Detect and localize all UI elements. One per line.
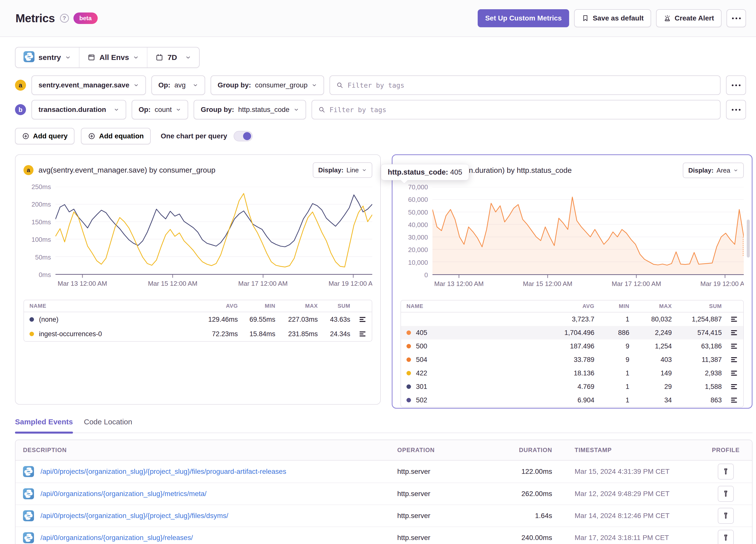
min-value: 69.55ms bbox=[238, 316, 275, 323]
date-range-selector[interactable]: 7D bbox=[147, 47, 199, 67]
min-value: 9 bbox=[594, 356, 629, 364]
x-tick-mark bbox=[263, 275, 263, 278]
add-to-filter-button[interactable] bbox=[350, 331, 366, 337]
create-alert-button[interactable]: Create Alert bbox=[656, 9, 722, 27]
table-scrollbar[interactable] bbox=[747, 220, 750, 258]
series-name-cell: 422 bbox=[406, 369, 539, 377]
event-table-row: /api/0/projects/{organization_slug}/{pro… bbox=[15, 505, 752, 527]
event-description-link[interactable]: /api/0/organizations/{organization_slug}… bbox=[40, 490, 207, 498]
chart-panel-a[interactable]: a avg(sentry.event_manager.save) by cons… bbox=[15, 154, 381, 405]
x-tick-label: Mar 13 12:00 AM bbox=[434, 280, 484, 288]
event-description-link[interactable]: /api/0/organizations/{organization_slug}… bbox=[40, 534, 193, 542]
display-label-b: Display: bbox=[688, 167, 714, 174]
groupby-select-b[interactable]: Group by: http.status_code bbox=[194, 100, 306, 119]
tab-code-location[interactable]: Code Location bbox=[84, 418, 132, 433]
add-to-filter-button[interactable] bbox=[722, 383, 738, 390]
profile-button[interactable] bbox=[718, 508, 734, 524]
tooltip-label: http.status_code: bbox=[388, 168, 448, 176]
groupby-select-a[interactable]: Group by: consumer_group bbox=[211, 75, 324, 95]
help-icon[interactable]: ? bbox=[60, 14, 69, 23]
sampled-events-table: DESCRIPTION OPERATION DURATION TIMESTAMP… bbox=[15, 440, 753, 544]
y-tick-label: 50,000 bbox=[408, 208, 428, 216]
add-to-filter-icon bbox=[730, 370, 738, 376]
tag-filter-input-a[interactable]: Filter by tags bbox=[330, 75, 721, 95]
tab-sampled-events[interactable]: Sampled Events bbox=[15, 418, 73, 433]
summary-table-row[interactable]: 5026.904134863 bbox=[401, 393, 743, 407]
y-tick-label: 10,000 bbox=[408, 259, 428, 266]
y-tick-label: 200ms bbox=[31, 201, 51, 208]
min-value: 886 bbox=[594, 329, 629, 337]
add-to-filter-button[interactable] bbox=[722, 343, 738, 349]
column-header-name: NAME bbox=[29, 303, 195, 309]
profile-button[interactable] bbox=[718, 530, 734, 544]
add-to-filter-button[interactable] bbox=[722, 356, 738, 363]
area-chart-b[interactable]: 010,00020,00030,00040,00050,00060,00070,… bbox=[400, 187, 744, 275]
header-more-button[interactable] bbox=[727, 9, 746, 27]
add-query-button[interactable]: Add query bbox=[15, 128, 74, 144]
event-operation: http.server bbox=[397, 512, 492, 520]
summary-table-row[interactable]: 3,723.7180,0321,254,887 bbox=[401, 312, 743, 326]
series-name-cell: (none) bbox=[29, 316, 195, 323]
op-select-a[interactable]: Op: avg bbox=[151, 75, 205, 95]
avg-value: 18.136 bbox=[539, 369, 594, 377]
event-table-row: /api/0/organizations/{organization_slug}… bbox=[15, 527, 752, 544]
add-to-filter-button[interactable] bbox=[722, 329, 738, 336]
display-select-a[interactable]: Display: Line bbox=[313, 162, 372, 178]
query-more-button-b[interactable] bbox=[726, 100, 746, 119]
profile-button[interactable] bbox=[718, 486, 734, 502]
min-value: 9 bbox=[594, 342, 629, 350]
series-name-cell: 500 bbox=[406, 342, 539, 350]
summary-table-row[interactable]: 500187.49691,25463,186 bbox=[401, 339, 743, 353]
add-to-filter-icon bbox=[730, 329, 738, 336]
add-to-filter-icon bbox=[730, 316, 738, 322]
op-label-a: Op: bbox=[158, 81, 170, 89]
profile-button[interactable] bbox=[718, 464, 734, 480]
chart-panel-b[interactable]: b count(transaction.duration) by http.st… bbox=[392, 154, 753, 409]
save-as-default-button[interactable]: Save as default bbox=[574, 9, 651, 27]
add-to-filter-button[interactable] bbox=[722, 316, 738, 322]
event-duration: 240.00ms bbox=[492, 534, 552, 542]
tag-filter-input-b[interactable]: Filter by tags bbox=[312, 100, 721, 119]
event-description-cell: /api/0/projects/{organization_slug}/{pro… bbox=[23, 466, 397, 477]
ellipsis-icon bbox=[732, 109, 741, 111]
setup-custom-metrics-button[interactable]: Set Up Custom Metrics bbox=[478, 9, 569, 27]
y-tick-label: 0 bbox=[424, 271, 428, 279]
x-axis-labels: Mar 13 12:00 AMMar 15 12:00 AMMar 17 12:… bbox=[432, 275, 744, 289]
project-selector[interactable]: sentry bbox=[15, 47, 79, 67]
event-table-row: /api/0/projects/{organization_slug}/{pro… bbox=[15, 461, 752, 483]
add-to-filter-icon bbox=[359, 331, 366, 337]
summary-table-row[interactable]: (none)129.46ms69.55ms227.03ms43.63s bbox=[24, 312, 372, 327]
avg-value: 3,723.7 bbox=[539, 315, 594, 323]
page-header: Metrics ? beta Set Up Custom Metrics Sav… bbox=[0, 0, 756, 37]
add-to-filter-button[interactable] bbox=[722, 370, 738, 376]
op-select-b[interactable]: Op: count bbox=[132, 100, 188, 119]
event-description-link[interactable]: /api/0/projects/{organization_slug}/{pro… bbox=[40, 468, 286, 476]
display-select-b[interactable]: Display: Area bbox=[683, 163, 744, 178]
series-name-cell: ingest-occurrences-0 bbox=[29, 330, 195, 338]
add-equation-button[interactable]: Add equation bbox=[81, 128, 151, 144]
series-tooltip: http.status_code: 405 bbox=[381, 164, 469, 180]
max-value: 231.85ms bbox=[275, 330, 318, 338]
summary-table-row[interactable]: 3014.7691291,588 bbox=[401, 380, 743, 393]
add-query-label: Add query bbox=[33, 132, 67, 140]
one-chart-per-query-toggle[interactable] bbox=[234, 131, 253, 141]
x-tick-label: Mar 17 12:00 AM bbox=[612, 280, 661, 288]
event-description-link[interactable]: /api/0/projects/{organization_slug}/{pro… bbox=[40, 512, 228, 520]
python-project-icon bbox=[23, 488, 34, 499]
x-tick-label: Mar 19 12:00 AM bbox=[329, 280, 372, 287]
summary-table-row[interactable]: ingest-occurrences-072.23ms15.84ms231.85… bbox=[24, 327, 372, 341]
series-color-dot bbox=[406, 344, 411, 348]
line-chart-a[interactable]: 0ms50ms100ms150ms200ms250ms bbox=[23, 187, 372, 275]
query-more-button-a[interactable] bbox=[726, 75, 746, 95]
metric-select-a[interactable]: sentry.event_manager.save bbox=[31, 75, 146, 95]
page-title: Metrics bbox=[15, 11, 55, 25]
summary-table-row[interactable]: 50433.789940311,387 bbox=[401, 353, 743, 366]
add-to-filter-button[interactable] bbox=[350, 316, 366, 323]
summary-table-row[interactable]: 42218.13611492,938 bbox=[401, 366, 743, 380]
summary-table-row[interactable]: 4051,704.4968862,249574,415 bbox=[401, 326, 743, 339]
add-to-filter-button[interactable] bbox=[722, 397, 738, 403]
environment-selector[interactable]: All Envs bbox=[79, 47, 147, 67]
event-table-row: /api/0/organizations/{organization_slug}… bbox=[15, 483, 752, 505]
environment-window-icon bbox=[87, 53, 95, 61]
metric-select-b[interactable]: transaction.duration bbox=[31, 100, 126, 119]
